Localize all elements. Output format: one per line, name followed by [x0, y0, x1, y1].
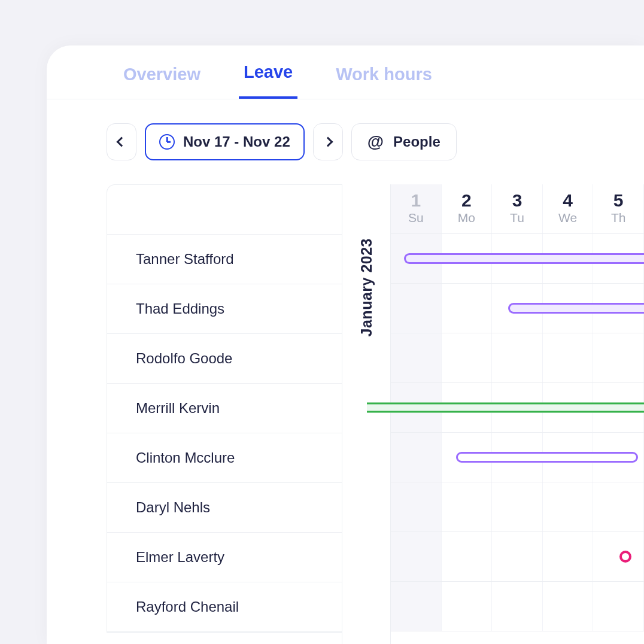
leave-bar[interactable]	[367, 403, 644, 413]
day-header: 3Tu	[492, 184, 543, 233]
calendar-cell[interactable]	[391, 532, 442, 581]
calendar-cell[interactable]	[593, 582, 644, 631]
person-row[interactable]: Thad Eddings	[107, 284, 342, 334]
calendar-cell[interactable]	[442, 582, 493, 631]
person-row[interactable]: Daryl Nehls	[107, 483, 342, 533]
leave-bar[interactable]	[508, 303, 644, 314]
day-abbr: Th	[593, 211, 643, 225]
day-number: 1	[391, 190, 441, 211]
person-row[interactable]: Elmer Laverty	[107, 533, 342, 582]
calendar-cell[interactable]	[593, 482, 644, 531]
calendar-cell[interactable]	[442, 284, 493, 333]
calendar-cell[interactable]	[492, 582, 543, 631]
day-abbr: Mo	[442, 211, 492, 225]
days-area: 1Su2Mo3Tu4We5Th	[391, 184, 644, 631]
leave-bar[interactable]	[456, 452, 638, 463]
people-column: Tanner StaffordThad EddingsRodolfo Goode…	[107, 184, 342, 633]
people-filter-button[interactable]: @ People	[351, 123, 457, 160]
day-abbr: Tu	[492, 211, 542, 225]
calendar-cell[interactable]	[543, 582, 594, 631]
at-icon: @	[367, 132, 384, 151]
calendar-row	[391, 532, 644, 582]
tabs: OverviewLeaveWork hours	[47, 45, 644, 99]
calendar-row	[391, 284, 644, 333]
person-row[interactable]: Rodolfo Goode	[107, 334, 342, 384]
calendar-cell[interactable]	[492, 532, 543, 581]
toolbar: Nov 17 - Nov 22 @ People	[47, 99, 644, 184]
prev-week-button[interactable]	[107, 123, 136, 160]
day-number: 4	[543, 190, 593, 211]
calendar-cell[interactable]	[442, 333, 493, 382]
person-row[interactable]: Clinton Mcclure	[107, 433, 342, 483]
calendar-row	[391, 333, 644, 383]
calendar-cell[interactable]	[442, 532, 493, 581]
person-row[interactable]: Rayford Chenail	[107, 582, 342, 632]
calendar-cell[interactable]	[391, 482, 442, 531]
leave-bar[interactable]	[404, 253, 644, 264]
calendar-cell[interactable]	[391, 333, 442, 382]
next-week-button[interactable]	[313, 123, 343, 160]
day-header: 1Su	[391, 184, 442, 233]
tab-overview[interactable]: Overview	[119, 65, 205, 99]
tab-leave[interactable]: Leave	[239, 62, 297, 99]
calendar-cell[interactable]	[391, 433, 442, 482]
clock-icon	[159, 134, 175, 150]
leave-calendar-card: OverviewLeaveWork hours Nov 17 - Nov 22 …	[47, 45, 644, 644]
calendar-cell[interactable]	[492, 482, 543, 531]
calendar-cell[interactable]	[543, 532, 594, 581]
calendar-row	[391, 582, 644, 631]
month-column: January 2023	[342, 184, 391, 644]
calendar-cell[interactable]	[593, 333, 644, 382]
month-label: January 2023	[358, 238, 375, 336]
day-number: 5	[593, 190, 643, 211]
tab-work-hours[interactable]: Work hours	[331, 65, 437, 99]
day-header: 4We	[543, 184, 594, 233]
calendar-cell[interactable]	[391, 582, 442, 631]
chevron-right-icon	[323, 137, 333, 147]
leave-dot[interactable]	[619, 551, 631, 563]
people-header	[107, 185, 342, 235]
date-range-label: Nov 17 - Nov 22	[183, 133, 290, 150]
person-row[interactable]: Tanner Stafford	[107, 235, 342, 284]
calendar-row	[391, 433, 644, 482]
chevron-left-icon	[117, 137, 127, 147]
calendar-cell[interactable]	[543, 333, 594, 382]
calendar-cell[interactable]	[442, 482, 493, 531]
day-abbr: We	[543, 211, 593, 225]
people-label: People	[393, 133, 441, 150]
days-body	[391, 234, 644, 631]
day-number: 3	[492, 190, 542, 211]
date-range-button[interactable]: Nov 17 - Nov 22	[145, 123, 305, 160]
day-number: 2	[442, 190, 492, 211]
calendar-row	[391, 234, 644, 284]
day-abbr: Su	[391, 211, 441, 225]
person-row[interactable]: Merrill Kervin	[107, 384, 342, 433]
calendar-cell[interactable]	[492, 333, 543, 382]
calendar-row	[391, 482, 644, 532]
day-header: 5Th	[593, 184, 644, 233]
day-header: 2Mo	[442, 184, 493, 233]
calendar-cell[interactable]	[391, 284, 442, 333]
days-header: 1Su2Mo3Tu4We5Th	[391, 184, 644, 234]
calendar-cell[interactable]	[543, 482, 594, 531]
calendar-row	[391, 383, 644, 433]
